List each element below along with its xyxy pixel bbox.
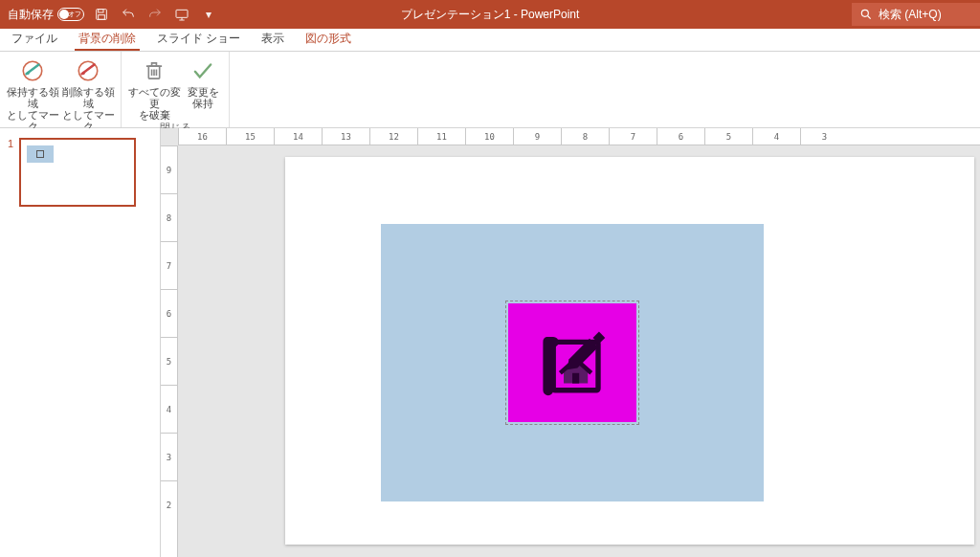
- ribbon-group-refine: 保持する領域 としてマーク 削除する領域 としてマーク 設定し直す: [0, 52, 122, 127]
- work-area: 1 161514131211109876543 98765432: [0, 128, 980, 557]
- toggle-pill[interactable]: オフ: [57, 8, 84, 21]
- mark-areas-to-remove-button[interactable]: 削除する領域 としてマーク: [61, 56, 115, 132]
- svg-point-8: [82, 72, 85, 75]
- slide-canvas[interactable]: [285, 157, 974, 545]
- undo-icon[interactable]: [119, 5, 138, 24]
- discard-all-changes-button[interactable]: すべての変更 を破棄: [127, 56, 181, 121]
- ribbon-group-close: すべての変更 を破棄 変更を 保持 閉じる: [122, 52, 230, 127]
- mark-keep-icon: [19, 57, 46, 84]
- thumbnail-preview-shape: [27, 145, 54, 163]
- save-icon[interactable]: [92, 5, 111, 24]
- keep-changes-button[interactable]: 変更を 保持: [183, 56, 223, 109]
- svg-point-6: [27, 72, 30, 75]
- vertical-ruler: 98765432: [161, 145, 178, 557]
- svg-rect-1: [99, 10, 103, 12]
- tab-view[interactable]: 表示: [257, 27, 288, 51]
- slide-thumbnail[interactable]: [19, 138, 136, 207]
- discard-icon: [141, 57, 167, 84]
- tab-file[interactable]: ファイル: [8, 27, 61, 51]
- background-removal-selection[interactable]: [505, 301, 639, 425]
- slide-thumbnail-panel: 1: [0, 128, 161, 557]
- tab-background-removal[interactable]: 背景の削除: [75, 27, 140, 51]
- ribbon-tabs: ファイル 背景の削除 スライド ショー 表示 図の形式: [0, 29, 980, 52]
- horizontal-ruler: 161514131211109876543: [178, 128, 980, 145]
- present-from-start-icon[interactable]: [172, 5, 191, 24]
- slide-canvas-wrap: [285, 157, 974, 557]
- search-box[interactable]: 検索 (Alt+Q): [852, 3, 980, 26]
- search-placeholder: 検索 (Alt+Q): [879, 7, 942, 23]
- foreground-region: [508, 303, 636, 422]
- slide-thumbnail-row[interactable]: 1: [6, 138, 154, 207]
- blueprint-house-icon: [529, 320, 615, 406]
- redo-icon[interactable]: [145, 5, 165, 24]
- ribbon: 保持する領域 としてマーク 削除する領域 としてマーク 設定し直す すべての変更…: [0, 52, 980, 128]
- slide-editor[interactable]: 161514131211109876543 98765432: [161, 128, 980, 557]
- svg-rect-2: [99, 15, 105, 20]
- keep-icon: [189, 57, 216, 84]
- svg-point-4: [861, 10, 868, 16]
- autosave-label: 自動保存: [8, 7, 54, 23]
- svg-rect-11: [572, 373, 579, 384]
- tab-picture-format[interactable]: 図の形式: [301, 27, 355, 51]
- search-icon: [859, 8, 873, 21]
- slide-number: 1: [6, 138, 13, 207]
- mark-remove-icon: [75, 57, 101, 84]
- svg-rect-3: [176, 10, 188, 17]
- tab-slideshow[interactable]: スライド ショー: [153, 27, 244, 51]
- qat-customize-icon[interactable]: ▾: [199, 5, 218, 24]
- mark-areas-to-keep-button[interactable]: 保持する領域 としてマーク: [6, 56, 59, 132]
- title-bar: 自動保存 オフ ▾ プレゼンテーション1 - PowerPoint 検索 (Al…: [0, 0, 980, 29]
- autosave-toggle[interactable]: 自動保存 オフ: [8, 7, 84, 23]
